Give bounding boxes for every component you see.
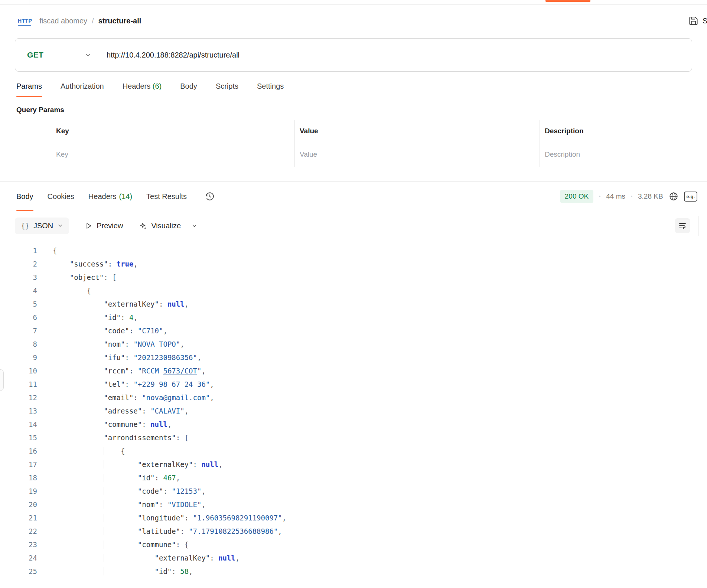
url-input[interactable]: http://10.4.200.188:8282/api/structure/a… [107, 51, 240, 59]
wrap-text-button[interactable] [675, 218, 690, 233]
braces-icon: {} [21, 222, 29, 230]
tab-settings[interactable]: Settings [257, 82, 284, 97]
code-line: 22 "latitude": "7.17910822536688986", [0, 525, 707, 538]
code-line: 23 "commune": { [0, 538, 707, 551]
code-line: 24 "externalKey": null, [0, 551, 707, 565]
breadcrumb-collection[interactable]: fiscad abomey [39, 17, 87, 25]
clock-history-icon [205, 192, 215, 201]
code-line: 7 "code": "C710", [0, 324, 707, 337]
http-method-icon: HTTP [18, 18, 32, 24]
wrap-lines-icon [678, 221, 687, 230]
response-tab-cookies[interactable]: Cookies [48, 182, 74, 211]
code-line: 19 "code": "12153", [0, 484, 707, 498]
code-line: 6 "id": 4, [0, 311, 707, 324]
format-selector[interactable]: {} JSON [15, 218, 69, 234]
visualize-options-chevron[interactable] [191, 223, 198, 229]
code-line: 25 "id": 58, [0, 565, 707, 578]
visualize-button[interactable]: Visualize [139, 222, 181, 230]
key-input[interactable]: Key [51, 142, 295, 167]
response-meta: 200 OK 44 ms 3.28 KB e.g. [560, 190, 697, 203]
breadcrumb-request-name: structure-all [98, 17, 141, 25]
tab-headers[interactable]: Headers (6) [123, 82, 162, 97]
preview-label: Preview [97, 222, 123, 230]
request-tabs: Params Authorization Headers (6) Body Sc… [16, 82, 707, 97]
chevron-down-icon [85, 52, 91, 58]
network-info-button[interactable] [669, 192, 678, 201]
save-button-label: Save [703, 17, 707, 25]
code-line: 14 "commune": null, [0, 418, 707, 431]
code-line: 17 "externalKey": null, [0, 458, 707, 471]
code-line: 18 "id": 467, [0, 471, 707, 484]
headers-count: (6) [153, 82, 162, 90]
preview-button[interactable]: Preview [85, 222, 123, 230]
code-line: 21 "longitude": "1.96035698291190097", [0, 511, 707, 525]
active-tab-indicator [545, 0, 590, 2]
workspace-tab-strip [0, 0, 707, 5]
value-input[interactable]: Value [295, 142, 540, 167]
divider [698, 216, 698, 236]
visualize-wand-icon [139, 222, 147, 230]
response-headers-count: (14) [119, 192, 132, 201]
table-row: Key Value Description [15, 142, 692, 167]
query-params-heading: Query Params [16, 106, 707, 114]
breadcrumb-separator: / [92, 17, 94, 25]
method-selector[interactable]: GET [15, 39, 99, 71]
code-line: 16 { [0, 444, 707, 458]
globe-icon [669, 192, 678, 201]
request-url-bar: GET http://10.4.200.188:8282/api/structu… [15, 38, 692, 72]
code-line: 15 "arrondissements": [ [0, 431, 707, 444]
tab-scripts[interactable]: Scripts [216, 82, 238, 97]
code-line: 13 "adresse": "CALAVI", [0, 404, 707, 418]
code-lines: 1{2 "success": true,3 "object": [4 {5 "e… [0, 244, 707, 578]
code-line: 9 "ifu": "2021230986356", [0, 351, 707, 364]
response-tab-test-results[interactable]: Test Results [146, 182, 187, 211]
response-tabs-row: Body Cookies Headers(14) Test Results 20… [0, 182, 707, 211]
code-line: 20 "nom": "VIDOLE", [0, 498, 707, 511]
description-column-header: Description [540, 120, 692, 142]
code-line: 12 "email": "nova@gmail.com", [0, 391, 707, 404]
row-select-cell [15, 142, 51, 167]
play-icon [85, 222, 92, 230]
breadcrumb: HTTP fiscad abomey / structure-all Save [0, 5, 707, 37]
code-line: 5 "externalKey": null, [0, 297, 707, 311]
code-line: 3 "object": [ [0, 271, 707, 284]
query-params-table: Key Value Description Key Value Descript… [15, 120, 692, 167]
dot-separator [631, 196, 632, 197]
response-tab-headers[interactable]: Headers(14) [88, 182, 132, 211]
description-input[interactable]: Description [540, 142, 692, 167]
status-badge: 200 OK [560, 190, 593, 203]
value-column-header: Value [295, 120, 540, 142]
response-body-json: 1{2 "success": true,3 "object": [4 {5 "e… [0, 240, 707, 578]
tab-separator [0, 0, 29, 4]
chevron-down-icon [57, 223, 63, 229]
key-column-header: Key [51, 120, 295, 142]
table-header-row: Key Value Description [15, 120, 692, 142]
response-tabs: Body Cookies Headers(14) Test Results [16, 182, 187, 211]
visualize-label: Visualize [151, 222, 181, 230]
response-tab-body[interactable]: Body [16, 182, 33, 211]
code-line: 1{ [0, 244, 707, 257]
code-line: 8 "nom": "NOVA TOPO", [0, 337, 707, 351]
code-line: 11 "tel": "+229 98 67 24 36", [0, 378, 707, 391]
response-viewer-toolbar: {} JSON Preview Visualize [0, 211, 707, 240]
save-button[interactable]: Save [688, 16, 707, 26]
format-label: JSON [33, 222, 53, 230]
sidebar-toggle-flap[interactable] [0, 369, 4, 391]
dot-separator [599, 196, 600, 197]
save-as-example-button[interactable]: e.g. [684, 192, 697, 202]
response-history-button[interactable] [205, 192, 215, 201]
response-section: Body Cookies Headers(14) Test Results 20… [0, 181, 707, 578]
code-line: 10 "rccm": "RCCM 5673/COT", [0, 364, 707, 378]
response-time: 44 ms [606, 192, 625, 200]
tab-body[interactable]: Body [180, 82, 197, 97]
response-size: 3.28 KB [638, 192, 663, 200]
select-column-header [15, 120, 51, 142]
tab-params[interactable]: Params [16, 82, 42, 97]
method-label: GET [27, 50, 43, 59]
tab-authorization[interactable]: Authorization [61, 82, 104, 97]
code-line: 4 { [0, 284, 707, 297]
divider [196, 191, 196, 202]
save-icon [688, 16, 698, 26]
code-line: 2 "success": true, [0, 257, 707, 271]
